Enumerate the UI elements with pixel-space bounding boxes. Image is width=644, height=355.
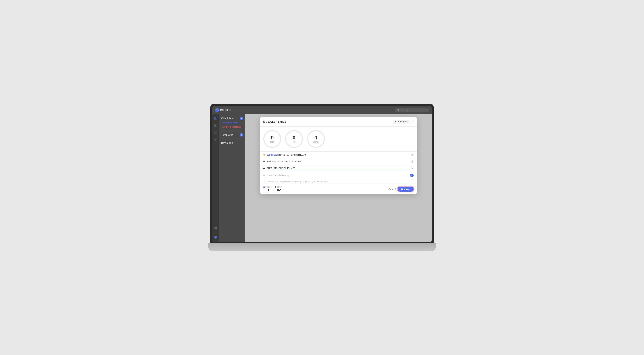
total-label: Total	[270, 141, 274, 143]
done-label: Done	[313, 141, 318, 143]
close-icon-3[interactable]: ✕	[411, 167, 414, 170]
laptop-wrapper: INFIELD 🔍	[208, 104, 436, 251]
modal-overlay: My tasks - Shift 1 + Add items ⋯ 0	[245, 114, 432, 242]
modal-header-actions: + Add items ⋯	[393, 120, 413, 124]
item-tag-link-1[interactable]: 27FT3102	[267, 154, 277, 156]
confirm-add-icon[interactable]: ✓	[410, 174, 414, 177]
item-input-3[interactable]	[267, 167, 409, 170]
add-item-placeholder: Add new checklist item(s)	[263, 174, 408, 177]
search-bar[interactable]: 🔍	[395, 108, 429, 112]
nav-separator-2	[221, 139, 243, 139]
search-input[interactable]	[401, 109, 427, 111]
svg-rect-10	[214, 228, 215, 229]
checklists-title: Checklists	[221, 117, 234, 120]
user-nav-icon[interactable]	[214, 137, 218, 141]
forward-nav-icon[interactable]	[214, 235, 217, 242]
checklist-modal: My tasks - Shift 1 + Add items ⋯ 0	[260, 117, 417, 194]
total-stat: 0 Total	[263, 130, 281, 148]
confirm-button[interactable]: Confirm	[398, 187, 414, 192]
text-stat-header: TEXT	[275, 186, 282, 188]
modal-footer: TAGS 01 TEXT 02	[260, 184, 417, 194]
sidebar: i	[212, 114, 245, 242]
list-item: ✕	[260, 165, 417, 172]
item-dot-dark-2	[263, 161, 265, 162]
checklists-section: Checklists + Open checklists › Archived …	[221, 116, 243, 129]
item-dot-dark-3	[263, 168, 265, 169]
checklists-section-header: Checklists +	[221, 116, 243, 121]
laptop-body	[208, 243, 436, 251]
sidebar-nav: Checklists + Open checklists › Archived …	[219, 114, 245, 242]
tags-label: TAGS	[266, 186, 271, 188]
tags-stat-header: TAGS	[263, 186, 271, 188]
revisions-section-header: Revisions	[221, 141, 243, 145]
cancel-button[interactable]: Cancel	[388, 188, 396, 190]
table-nav-icon[interactable]	[214, 123, 218, 127]
add-checklist-button[interactable]: +	[240, 117, 243, 120]
templates-section-header: Templates +	[221, 133, 243, 137]
stats-row: 0 Total 0 % 0 Done	[260, 127, 417, 152]
modal-title: My tasks - Shift 1	[263, 120, 286, 123]
svg-rect-4	[214, 124, 217, 127]
icon-strip: i	[212, 114, 219, 242]
svg-rect-12	[216, 227, 217, 229]
open-checklists-item[interactable]: Open checklists ›	[221, 121, 243, 125]
screen-content: INFIELD 🔍	[212, 106, 432, 242]
text-dot	[275, 186, 276, 188]
svg-point-9	[215, 138, 216, 140]
list-item: 27FT3102:TRANSFER GAS STREAM 🗑	[260, 152, 417, 158]
tags-count: 01	[266, 188, 270, 192]
tags-stat: TAGS 01	[263, 186, 271, 192]
list-item: NPSS: MAIN VALVE, CLASS 2000 🗑	[260, 158, 417, 165]
percent-value: 0	[293, 135, 295, 140]
main-area: i	[212, 114, 432, 242]
item-text-1: 27FT3102:TRANSFER GAS STREAM	[267, 154, 409, 156]
chart-nav-icon[interactable]	[214, 226, 217, 232]
templates-section: Templates +	[221, 133, 243, 137]
archived-checklists-item[interactable]: Archived checklists ›	[221, 125, 243, 129]
app-name: INFIELD	[220, 109, 231, 112]
tags-dot	[263, 186, 265, 188]
svg-text:i: i	[215, 132, 216, 133]
top-bar: INFIELD 🔍	[212, 106, 432, 114]
item-dot-yellow	[263, 154, 265, 156]
nav-separator-1	[221, 131, 243, 131]
revisions-title: Revisions	[221, 141, 233, 144]
svg-point-13	[214, 236, 217, 239]
add-items-button[interactable]: + Add items	[393, 120, 409, 124]
percent-label: %	[293, 141, 295, 143]
total-value: 0	[271, 135, 274, 140]
search-icon: 🔍	[397, 109, 400, 111]
open-checklists-label: Open checklists	[222, 121, 238, 124]
checklist-nav-icon[interactable]	[214, 116, 218, 120]
text-stat: TEXT 02	[275, 186, 282, 192]
delete-icon-2[interactable]: 🗑	[411, 160, 414, 163]
app-logo: INFIELD	[215, 108, 231, 112]
laptop-screen: INFIELD 🔍	[210, 104, 434, 244]
text-label: TEXT	[277, 186, 282, 188]
templates-title: Templates	[221, 134, 233, 136]
revisions-section: Revisions	[221, 141, 243, 145]
content-panel: My tasks - Shift 1 + Add items ⋯ 0	[245, 114, 432, 242]
footer-actions: Cancel Confirm	[388, 187, 414, 192]
delete-icon-1[interactable]: 🗑	[411, 153, 414, 156]
open-checklists-chevron: ›	[242, 122, 242, 124]
more-options-icon[interactable]: ⋯	[411, 120, 414, 123]
add-item-row[interactable]: Add new checklist item(s) ✓	[260, 172, 417, 179]
percent-stat: 0 %	[285, 130, 303, 148]
modal-header: My tasks - Shift 1 + Add items ⋯	[260, 117, 417, 127]
archived-checklists-chevron: ›	[242, 126, 242, 128]
svg-rect-11	[215, 227, 216, 229]
done-value: 0	[314, 135, 317, 140]
text-count: 02	[277, 188, 281, 192]
tip-text: Tip: You can add multiple items at once …	[260, 179, 417, 184]
info-nav-icon[interactable]: i	[214, 130, 218, 134]
done-stat: 0 Done	[307, 130, 325, 148]
infield-logo-icon	[215, 108, 219, 112]
archived-checklists-label: Archived checklists	[222, 126, 242, 128]
items-list: 27FT3102:TRANSFER GAS STREAM 🗑 NPSS: MAI…	[260, 152, 417, 179]
item-text-2: NPSS: MAIN VALVE, CLASS 2000	[267, 160, 409, 163]
add-template-button[interactable]: +	[240, 133, 243, 137]
